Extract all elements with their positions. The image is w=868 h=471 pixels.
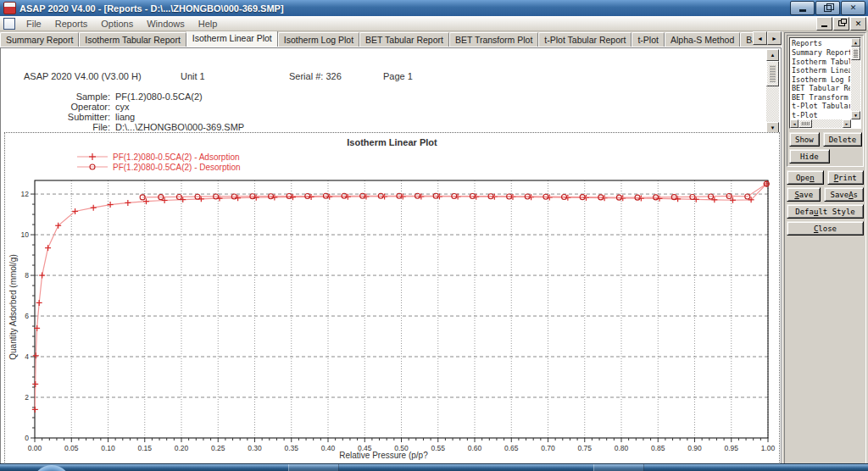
svg-text:8: 8 xyxy=(25,271,29,280)
file-label: File: xyxy=(0,122,110,132)
mdi-close-icon[interactable]: ✕ xyxy=(850,17,866,30)
list-item[interactable]: BET Tabular Rep xyxy=(792,84,850,93)
report-page-number: Page 1 xyxy=(383,71,413,81)
reports-list-header: Reports xyxy=(792,39,850,48)
windows-taskbar[interactable] xyxy=(0,463,868,471)
tab-bet-transform-plot[interactable]: BET Transform Plot xyxy=(449,32,538,47)
list-scroll-down-icon[interactable]: ▼ xyxy=(851,111,860,119)
close-icon[interactable]: ✕ xyxy=(841,1,865,15)
list-scroll-up-icon[interactable]: ▲ xyxy=(851,38,860,47)
isotherm-chart: Isotherm Linear Plot PF(1.2)080-0.5CA(2)… xyxy=(4,132,780,464)
operator-value: cyx xyxy=(110,102,130,112)
list-item[interactable]: Isotherm Linear xyxy=(792,66,850,75)
list-item[interactable]: t-Plot xyxy=(792,111,850,120)
list-vertical-scrollbar[interactable]: ▲ ▼ xyxy=(851,38,860,119)
tab-scroll-left-icon[interactable]: ◄ xyxy=(753,31,767,45)
tab-bet-tabular-report[interactable]: BET Tabular Report xyxy=(359,32,449,47)
hide-button[interactable]: Hide xyxy=(789,149,830,163)
menu-file[interactable]: File xyxy=(19,18,48,30)
restore-icon[interactable] xyxy=(815,1,840,15)
taskbar-button[interactable] xyxy=(288,464,339,471)
document-icon[interactable] xyxy=(3,18,15,30)
report-serial: Serial #: 326 xyxy=(289,71,342,81)
tab-isotherm-tabular-report[interactable]: Isotherm Tabular Report xyxy=(79,32,186,47)
svg-text:10: 10 xyxy=(21,230,30,239)
minimize-icon[interactable] xyxy=(790,1,815,15)
report-scrollbar[interactable]: ▲ ▼ xyxy=(766,49,779,134)
tab-alpha-s-method[interactable]: Alpha-S Method xyxy=(665,32,740,47)
sample-label: Sample: xyxy=(0,91,110,102)
tab-t-plot[interactable]: t-Plot xyxy=(632,32,665,47)
save-button[interactable]: Save xyxy=(787,187,821,202)
window-title: ASAP 2020 V4.00 - [Reports - D:\...\ZHON… xyxy=(19,3,790,14)
list-horizontal-scrollbar[interactable]: ◄ ► xyxy=(790,119,851,128)
list-scrollbar-thumb[interactable] xyxy=(851,47,860,60)
list-item[interactable]: BET Transform P xyxy=(792,93,850,103)
close-button[interactable]: Close xyxy=(787,221,864,236)
report-app-version: ASAP 2020 V4.00 (V3.00 H) xyxy=(24,71,142,81)
menu-help[interactable]: Help xyxy=(192,18,225,30)
submitter-value: liang xyxy=(110,112,135,122)
report-page: ASAP 2020 V4.00 (V3.00 H) Unit 1 Serial … xyxy=(0,47,782,466)
svg-text:4: 4 xyxy=(25,352,29,361)
menu-bar: FileReportsOptionsWindowsHelp ✕ xyxy=(0,16,868,31)
file-value: D:\...\ZHONGBO\000-369.SMP xyxy=(110,122,244,132)
sample-info: Sample:PF(1.2)080-0.5CA(2) Operator:cyx … xyxy=(0,91,244,132)
list-hscrollbar-thumb[interactable] xyxy=(798,119,812,128)
reports-listbox[interactable]: Reports Summary ReportIsotherm TabularIs… xyxy=(789,37,861,129)
list-item[interactable]: Summary Report xyxy=(792,48,850,58)
tab-isotherm-log-plot[interactable]: Isotherm Log Plot xyxy=(278,32,359,47)
menu-reports[interactable]: Reports xyxy=(48,18,95,30)
svg-text:12: 12 xyxy=(21,190,30,198)
list-item[interactable]: Isotherm Log Pl xyxy=(792,75,850,85)
open-button[interactable]: Open xyxy=(787,170,824,185)
menu-windows[interactable]: Windows xyxy=(140,18,192,30)
plot-area: 0.000.050.100.150.200.250.300.350.400.45… xyxy=(5,133,777,462)
svg-text:0: 0 xyxy=(25,434,29,442)
default-style-button[interactable]: Default Style xyxy=(787,204,864,219)
report-unit: Unit 1 xyxy=(181,71,205,81)
svg-text:6: 6 xyxy=(25,312,29,320)
reports-panel: Reports Summary ReportIsotherm TabularIs… xyxy=(782,31,868,466)
tab-summary-report[interactable]: Summary Report xyxy=(0,32,79,47)
scroll-up-icon[interactable]: ▲ xyxy=(766,49,779,61)
report-tabs: Summary ReportIsotherm Tabular ReportIso… xyxy=(0,31,782,47)
tab-t-plot-tabular-report[interactable]: t-Plot Tabular Report xyxy=(538,32,632,47)
tab-isotherm-linear-plot[interactable]: Isotherm Linear Plot xyxy=(186,31,278,47)
x-axis-label: Relative Pressure (p/p? xyxy=(5,451,762,460)
operator-label: Operator: xyxy=(0,102,110,112)
list-scroll-left-icon[interactable]: ◄ xyxy=(790,119,798,128)
mdi-minimize-icon[interactable] xyxy=(816,17,832,30)
delete-button[interactable]: Delete xyxy=(823,132,863,147)
submitter-label: Submitter: xyxy=(0,112,110,122)
list-item[interactable]: t-Plot Tabular xyxy=(792,102,850,111)
sample-value: PF(1.2)080-0.5CA(2) xyxy=(110,91,203,102)
app-icon xyxy=(3,2,16,14)
print-button[interactable]: Print xyxy=(827,170,865,185)
list-scroll-right-icon[interactable]: ► xyxy=(843,119,851,128)
svg-text:2: 2 xyxy=(25,393,29,402)
mdi-restore-icon[interactable] xyxy=(833,17,849,30)
show-button[interactable]: Show xyxy=(789,132,820,147)
scrollbar-thumb[interactable] xyxy=(766,61,779,86)
title-bar: ASAP 2020 V4.00 - [Reports - D:\...\ZHON… xyxy=(0,0,868,16)
y-axis-label: Quantity Adsorbed (mmol/g) xyxy=(8,236,18,380)
menu-options[interactable]: Options xyxy=(94,18,140,30)
taskbar-button[interactable] xyxy=(593,464,644,471)
save-as-button[interactable]: Save As xyxy=(824,187,864,202)
list-item[interactable]: Isotherm Tabular xyxy=(792,58,850,67)
svg-text:1.00: 1.00 xyxy=(761,444,776,452)
tab-scroll-right-icon[interactable]: ► xyxy=(767,31,782,45)
start-button[interactable] xyxy=(32,465,71,471)
reports-list-group: Reports Summary ReportIsotherm TabularIs… xyxy=(787,35,864,167)
